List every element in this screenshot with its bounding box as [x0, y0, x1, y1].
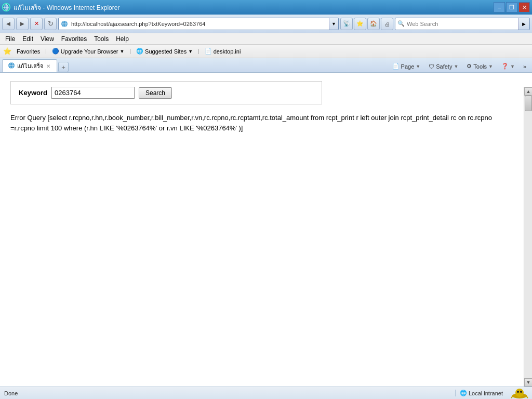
- page-arrow-icon: ▼: [416, 64, 420, 69]
- home-button[interactable]: 🏠: [367, 18, 380, 30]
- svg-point-11: [515, 389, 524, 397]
- menu-view[interactable]: View: [37, 35, 57, 43]
- address-bar-container: ▼: [58, 18, 339, 30]
- suggested-sites-arrow: ▼: [188, 49, 193, 54]
- zone-label: Local intranet: [469, 390, 503, 396]
- upgrade-browser-link[interactable]: 🔵 Upgrade Your Browser ▼: [50, 47, 127, 55]
- safety-arrow-icon: ▼: [454, 64, 458, 69]
- cmd-expand-button[interactable]: »: [520, 62, 530, 71]
- refresh-button[interactable]: ↻: [44, 18, 57, 30]
- favorites-button[interactable]: ⭐: [354, 18, 366, 30]
- tab-close-button[interactable]: ✕: [45, 63, 51, 69]
- upgrade-browser-arrow: ▼: [120, 49, 125, 54]
- title-bar-left: แก้ไมเสร็จ - Windows Internet Explorer: [2, 3, 119, 12]
- suggested-sites-label: Suggested Sites: [145, 48, 187, 55]
- browser-icon: [2, 3, 10, 11]
- tab-icon: [8, 62, 15, 70]
- stop-button[interactable]: ✕: [30, 18, 43, 30]
- close-button[interactable]: ✕: [518, 2, 530, 12]
- right-scrollbar[interactable]: ▲ ▼: [524, 87, 532, 387]
- tools-arrow-icon: ▼: [488, 64, 493, 69]
- status-zone: 🌐 Local intranet: [455, 390, 507, 396]
- search-input[interactable]: [407, 21, 518, 27]
- nav-bar: ◄ ► ✕ ↻ ▼ 📡 ⭐ 🏠 🖨 🔍 ►: [0, 15, 532, 33]
- menu-file[interactable]: File: [2, 35, 18, 43]
- scroll-thumb[interactable]: [525, 96, 532, 111]
- help-arrow-icon: ▼: [510, 64, 515, 69]
- help-icon: ❓: [501, 63, 509, 70]
- search-go-button[interactable]: ►: [518, 18, 529, 30]
- print-button[interactable]: 🖨: [381, 18, 393, 30]
- rss-button[interactable]: 📡: [340, 18, 353, 30]
- menu-favorites[interactable]: Favorites: [58, 35, 90, 43]
- restore-button[interactable]: ❐: [506, 2, 517, 12]
- suggested-sites-link[interactable]: 🌐 Suggested Sites ▼: [134, 47, 195, 55]
- favorites-label: Favorites: [17, 48, 40, 55]
- favorites-star-icon: ⭐: [3, 47, 11, 55]
- status-text: Done: [2, 390, 18, 396]
- scroll-track[interactable]: [524, 96, 532, 378]
- svg-point-13: [520, 391, 522, 393]
- new-tab-button[interactable]: +: [58, 62, 69, 72]
- address-input[interactable]: [70, 21, 329, 27]
- desktop-ini-icon: 📄: [205, 48, 212, 55]
- cmd-tools-button[interactable]: ⚙ Tools ▼: [463, 61, 497, 71]
- suggested-sites-icon: 🌐: [136, 48, 143, 55]
- window-title: แก้ไมเสร็จ - Windows Internet Explorer: [14, 3, 119, 12]
- search-icon: 🔍: [395, 20, 407, 27]
- tab-label: แก้ไมเสร็จ: [17, 61, 43, 71]
- tools-icon: ⚙: [467, 63, 472, 70]
- keyword-label: Keyword: [16, 89, 47, 97]
- fav-sep2: |: [129, 48, 131, 54]
- back-button[interactable]: ◄: [2, 18, 15, 30]
- desktop-ini-label: desktop.ini: [214, 48, 241, 55]
- zone-icon: 🌐: [460, 390, 467, 396]
- command-bar-right: 📄 Page ▼ 🛡 Safety ▼ ⚙ Tools ▼ ❓ ▼ »: [389, 61, 530, 72]
- desktop-ini-link[interactable]: 📄 desktop.ini: [203, 47, 243, 55]
- cmd-help-button[interactable]: ❓ ▼: [498, 61, 518, 71]
- menu-tools[interactable]: Tools: [91, 35, 112, 43]
- menu-edit[interactable]: Edit: [19, 35, 36, 43]
- scroll-down-button[interactable]: ▼: [524, 378, 532, 387]
- address-dropdown-arrow[interactable]: ▼: [329, 18, 338, 30]
- page-icon: 📄: [392, 63, 400, 70]
- menu-help[interactable]: Help: [113, 35, 132, 43]
- status-bar: Done 🌐 Local intranet: [0, 387, 532, 399]
- fav-sep3: |: [198, 48, 200, 54]
- nav-icon-group: 📡 ⭐ 🏠 🖨: [340, 18, 393, 30]
- gecko-icon: [509, 388, 530, 399]
- expand-icon: »: [523, 63, 526, 70]
- cmd-page-button[interactable]: 📄 Page ▼: [389, 61, 424, 71]
- favorites-separator: |: [45, 48, 47, 54]
- upgrade-browser-label: Upgrade Your Browser: [61, 48, 118, 55]
- keyword-input[interactable]: [51, 87, 135, 99]
- safety-icon: 🛡: [429, 63, 434, 70]
- error-message: Error Query [select r.rcpno,r.hn,r.book_…: [10, 113, 514, 133]
- ie-address-icon: [60, 19, 69, 29]
- cmd-safety-button[interactable]: 🛡 Safety ▼: [425, 62, 462, 71]
- favorites-bar: ⭐ Favorites | 🔵 Upgrade Your Browser ▼ |…: [0, 45, 532, 58]
- search-bar: 🔍 ►: [395, 18, 530, 30]
- title-controls: – ❐ ✕: [494, 2, 530, 12]
- forward-button[interactable]: ►: [16, 18, 29, 30]
- search-form: Keyword Search: [10, 81, 322, 104]
- main-content: Keyword Search Error Query [select r.rcp…: [0, 73, 532, 385]
- browser-window: แก้ไมเสร็จ - Windows Internet Explorer –…: [0, 0, 532, 399]
- upgrade-browser-icon: 🔵: [52, 48, 59, 55]
- scroll-up-button[interactable]: ▲: [524, 87, 532, 96]
- tab-bar: แก้ไมเสร็จ ✕ + 📄 Page ▼ 🛡 Safety ▼ ⚙ Too…: [0, 58, 532, 73]
- minimize-button[interactable]: –: [494, 2, 505, 12]
- title-bar: แก้ไมเสร็จ - Windows Internet Explorer –…: [0, 0, 532, 15]
- menu-bar: File Edit View Favorites Tools Help: [0, 33, 532, 45]
- search-button[interactable]: Search: [139, 87, 172, 99]
- status-right: 🌐 Local intranet: [455, 388, 530, 399]
- tab-active[interactable]: แก้ไมเสร็จ ✕: [2, 59, 57, 72]
- favorites-button-bar[interactable]: Favorites: [15, 48, 42, 55]
- svg-point-12: [517, 391, 519, 393]
